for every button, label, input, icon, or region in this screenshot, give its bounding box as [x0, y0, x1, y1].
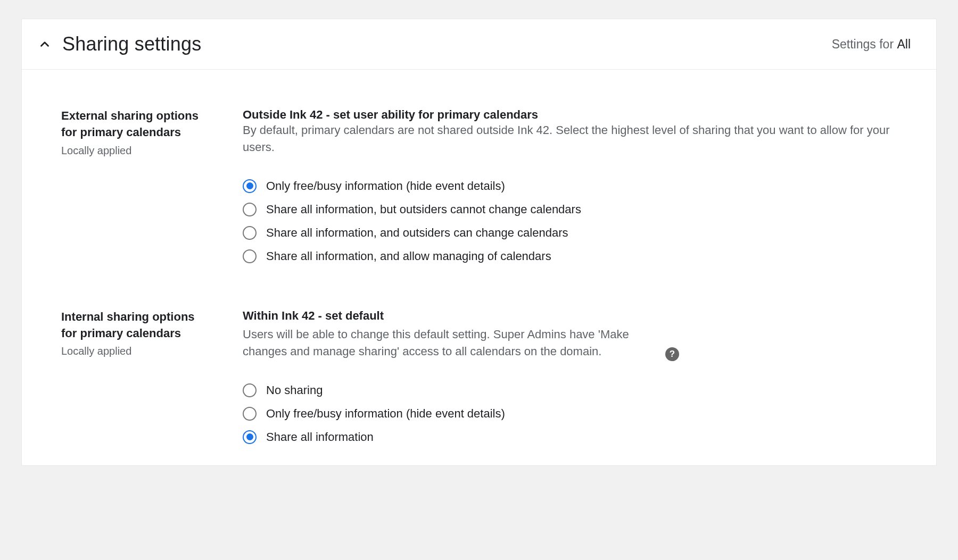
section-description: Users will be able to change this defaul…: [243, 326, 658, 360]
settings-for-value: All: [897, 37, 911, 51]
option-label: No sharing: [266, 383, 323, 397]
option-label: Only free/busy information (hide event d…: [266, 407, 505, 421]
section-label: Internal sharing options for primary cal…: [61, 309, 213, 444]
card-body: External sharing options for primary cal…: [22, 70, 936, 465]
section-heading: Outside Ink 42 - set user ability for pr…: [243, 108, 897, 122]
section-external-sharing: External sharing options for primary cal…: [61, 108, 897, 263]
option-label: Share all information, and outsiders can…: [266, 226, 568, 240]
internal-option-1[interactable]: Only free/busy information (hide event d…: [243, 407, 897, 421]
internal-options: No sharing Only free/busy information (h…: [243, 383, 897, 444]
section-internal-sharing: Internal sharing options for primary cal…: [61, 309, 897, 444]
radio-icon: [243, 383, 257, 397]
internal-option-0[interactable]: No sharing: [243, 383, 897, 397]
external-options: Only free/busy information (hide event d…: [243, 179, 897, 263]
external-option-3[interactable]: Share all information, and allow managin…: [243, 249, 897, 263]
external-option-1[interactable]: Share all information, but outsiders can…: [243, 203, 897, 216]
card-title: Sharing settings: [62, 33, 201, 55]
section-label-title: External sharing options for primary cal…: [61, 108, 213, 141]
section-description: By default, primary calendars are not sh…: [243, 123, 890, 154]
header-left: Sharing settings: [37, 33, 201, 55]
help-icon[interactable]: ?: [665, 347, 679, 361]
radio-icon: [243, 179, 257, 193]
settings-for-label: Settings for: [832, 37, 897, 51]
option-label: Share all information, and allow managin…: [266, 249, 551, 263]
external-option-2[interactable]: Share all information, and outsiders can…: [243, 226, 897, 240]
option-label: Share all information: [266, 430, 374, 444]
section-label-subtitle: Locally applied: [61, 143, 213, 158]
page: Sharing settings Settings for All Extern…: [0, 0, 958, 466]
radio-icon: [243, 407, 257, 421]
external-option-0[interactable]: Only free/busy information (hide event d…: [243, 179, 897, 193]
section-description-row: Users will be able to change this defaul…: [243, 323, 679, 360]
section-label-subtitle: Locally applied: [61, 344, 213, 358]
section-heading: Within Ink 42 - set default: [243, 309, 897, 323]
card-header: Sharing settings Settings for All: [22, 19, 936, 70]
radio-icon: [243, 203, 257, 216]
section-label: External sharing options for primary cal…: [61, 108, 213, 263]
radio-icon: [243, 430, 257, 444]
radio-icon: [243, 226, 257, 240]
option-label: Share all information, but outsiders can…: [266, 203, 581, 216]
radio-icon: [243, 249, 257, 263]
internal-option-2[interactable]: Share all information: [243, 430, 897, 444]
section-content: Within Ink 42 - set default Users will b…: [243, 309, 897, 444]
chevron-up-icon[interactable]: [37, 36, 53, 52]
settings-scope: Settings for All: [832, 37, 911, 52]
settings-card: Sharing settings Settings for All Extern…: [21, 19, 937, 466]
section-content: Outside Ink 42 - set user ability for pr…: [243, 108, 897, 263]
option-label: Only free/busy information (hide event d…: [266, 179, 505, 193]
section-label-title: Internal sharing options for primary cal…: [61, 309, 213, 342]
